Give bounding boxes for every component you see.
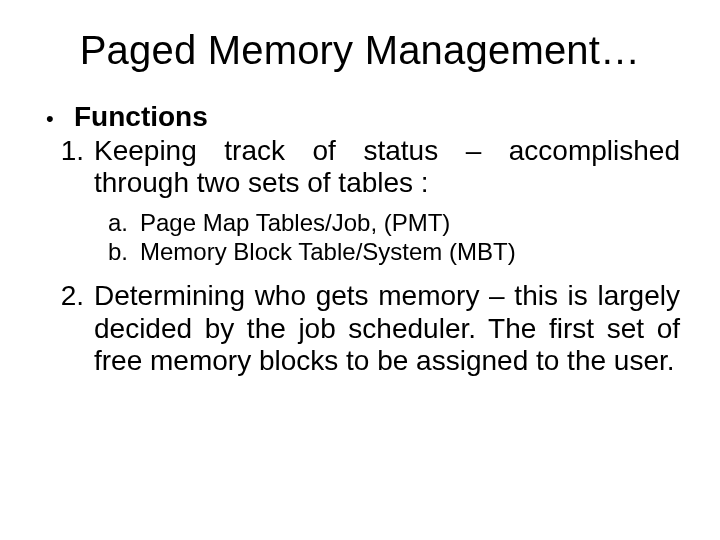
bullet-dot-icon: • [40, 105, 74, 133]
sublist-text: Page Map Tables/Job, (PMT) [140, 209, 680, 237]
list-text: Determining who gets memory – this is la… [94, 280, 680, 377]
list-marker: 1. [40, 135, 94, 167]
sublist-marker: a. [40, 209, 140, 237]
bullet-label: Functions [74, 101, 208, 133]
bullet-functions: • Functions [40, 101, 680, 133]
list-item-2: 2. Determining who gets memory – this is… [40, 280, 680, 377]
sublist-item-b: b. Memory Block Table/System (MBT) [40, 238, 680, 266]
list-item-1: 1. Keeping track of status – accomplishe… [40, 135, 680, 199]
sublist-marker: b. [40, 238, 140, 266]
slide: Paged Memory Management… • Functions 1. … [0, 0, 720, 540]
slide-title: Paged Memory Management… [40, 28, 680, 73]
sublist-text: Memory Block Table/System (MBT) [140, 238, 680, 266]
sublist-item-a: a. Page Map Tables/Job, (PMT) [40, 209, 680, 237]
list-marker: 2. [40, 280, 94, 312]
sublist: a. Page Map Tables/Job, (PMT) b. Memory … [40, 209, 680, 266]
list-text: Keeping track of status – accomplished t… [94, 135, 680, 199]
